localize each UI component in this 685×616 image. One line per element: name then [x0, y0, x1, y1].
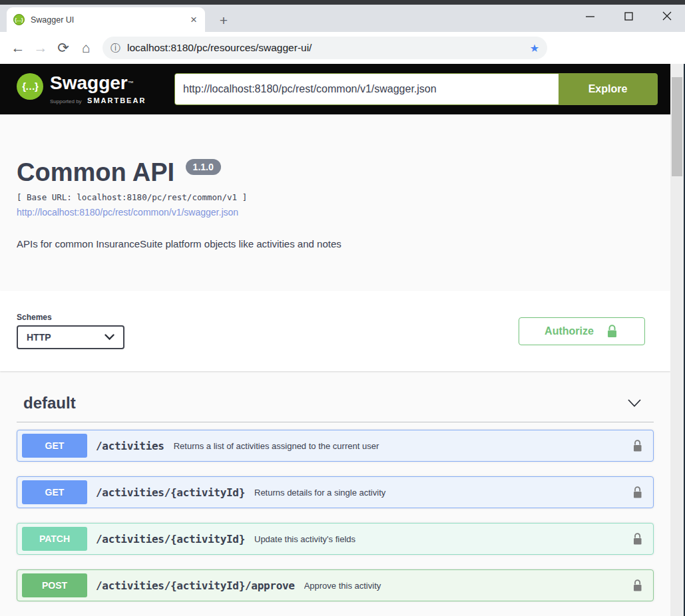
spec-url-group: Explore: [174, 73, 658, 105]
operations-section: default GET /activities Returns a list o…: [0, 371, 670, 601]
window-frame-top: [0, 0, 685, 5]
browser-tab[interactable]: {…} Swagger UI ×: [7, 7, 205, 32]
operation-row[interactable]: PATCH /activities/{activityId} Update th…: [17, 523, 654, 555]
spec-url-input[interactable]: [175, 74, 559, 104]
operations-list: GET /activities Returns a list of activi…: [17, 430, 654, 601]
swagger-topbar: {…} Swagger™ Supported by SMARTBEAR Expl…: [0, 64, 685, 114]
swagger-logo-icon: {…}: [17, 73, 43, 100]
operation-path: /activities/{activityId}: [96, 533, 245, 545]
window-controls: [577, 6, 680, 26]
tab-title: Swagger UI: [31, 15, 189, 25]
swagger-logo: {…} Swagger™ Supported by SMARTBEAR: [17, 73, 146, 106]
scheme-container: Schemes HTTP Authorize: [0, 291, 670, 371]
forward-icon[interactable]: →: [29, 37, 52, 59]
back-icon[interactable]: ←: [7, 37, 29, 59]
schemes-label: Schemes: [17, 313, 124, 322]
api-title: Common API: [17, 158, 174, 187]
unlocked-padlock-icon[interactable]: [632, 532, 644, 546]
operation-row[interactable]: GET /activities/{activityId} Returns det…: [17, 476, 654, 508]
close-window-button[interactable]: [654, 6, 680, 26]
unlocked-padlock-icon: [606, 324, 619, 339]
swagger-page: Common API 1.1.0 [ Base URL: localhost:8…: [0, 114, 670, 616]
reload-icon[interactable]: ⟳: [52, 37, 75, 59]
operation-path: /activities/{activityId}/approve: [96, 579, 295, 592]
new-tab-button[interactable]: +: [214, 11, 233, 30]
operation-path: /activities/{activityId}: [96, 486, 245, 499]
api-version-badge: 1.1.0: [186, 159, 221, 175]
smartbear-brand: SMARTBEAR: [87, 96, 146, 104]
operation-path: /activities: [96, 440, 164, 452]
tab-strip: {…} Swagger UI × +: [0, 5, 685, 32]
tag-name: default: [23, 394, 76, 412]
api-description: APIs for common InsuranceSuite platform …: [17, 238, 654, 249]
operation-summary: Returns a list of activities assigned to…: [174, 441, 632, 451]
operation-row[interactable]: POST /activities/{activityId}/approve Ap…: [17, 569, 654, 601]
supported-by-label: Supported by: [50, 98, 82, 104]
home-icon[interactable]: ⌂: [75, 37, 97, 59]
browser-window: {…} Swagger UI × + ← → ⟳ ⌂ ⓘ localhost:8…: [0, 0, 685, 616]
unlocked-padlock-icon[interactable]: [632, 439, 644, 453]
chevron-down-icon: [105, 334, 114, 341]
method-badge: POST: [22, 573, 87, 597]
swagger-logo-name: Swagger™: [50, 73, 146, 93]
unlocked-padlock-icon[interactable]: [632, 486, 644, 500]
chevron-down-icon[interactable]: [627, 398, 642, 408]
method-badge: GET: [22, 434, 87, 458]
api-info-section: Common API 1.1.0 [ Base URL: localhost:8…: [0, 114, 670, 291]
operation-row[interactable]: GET /activities Returns a list of activi…: [17, 430, 654, 462]
address-bar[interactable]: ⓘ localhost:8180/pc/resources/swagger-ui…: [103, 37, 547, 59]
spec-json-link[interactable]: http://localhost:8180/pc/rest/common/v1/…: [17, 207, 238, 218]
tab-close-icon[interactable]: ×: [189, 14, 198, 25]
operation-summary: Returns details for a single activity: [254, 488, 632, 498]
schemes-selected-value: HTTP: [27, 332, 51, 343]
vertical-scrollbar[interactable]: [670, 64, 684, 616]
schemes-select[interactable]: HTTP: [17, 325, 124, 349]
authorize-button[interactable]: Authorize: [519, 317, 645, 345]
operation-summary: Approve this activity: [304, 581, 632, 591]
authorize-label: Authorize: [545, 325, 594, 337]
explore-button[interactable]: Explore: [559, 74, 657, 104]
address-url-text[interactable]: localhost:8180/pc/resources/swagger-ui/: [127, 42, 525, 54]
method-badge: PATCH: [22, 527, 87, 551]
maximize-button[interactable]: [616, 6, 641, 26]
operation-summary: Update this activity's fields: [254, 534, 632, 544]
bookmark-star-icon[interactable]: ★: [530, 42, 539, 55]
page-info-icon[interactable]: ⓘ: [111, 42, 120, 55]
method-badge: GET: [22, 480, 87, 504]
tag-header-default[interactable]: default: [17, 388, 654, 422]
minimize-button[interactable]: [577, 6, 602, 26]
browser-toolbar: ← → ⟳ ⌂ ⓘ localhost:8180/pc/resources/sw…: [0, 32, 685, 64]
api-base-url: [ Base URL: localhost:8180/pc/rest/commo…: [17, 192, 654, 202]
unlocked-padlock-icon[interactable]: [632, 579, 644, 593]
scrollbar-thumb[interactable]: [672, 77, 682, 176]
swagger-favicon-icon: {…}: [13, 14, 25, 25]
